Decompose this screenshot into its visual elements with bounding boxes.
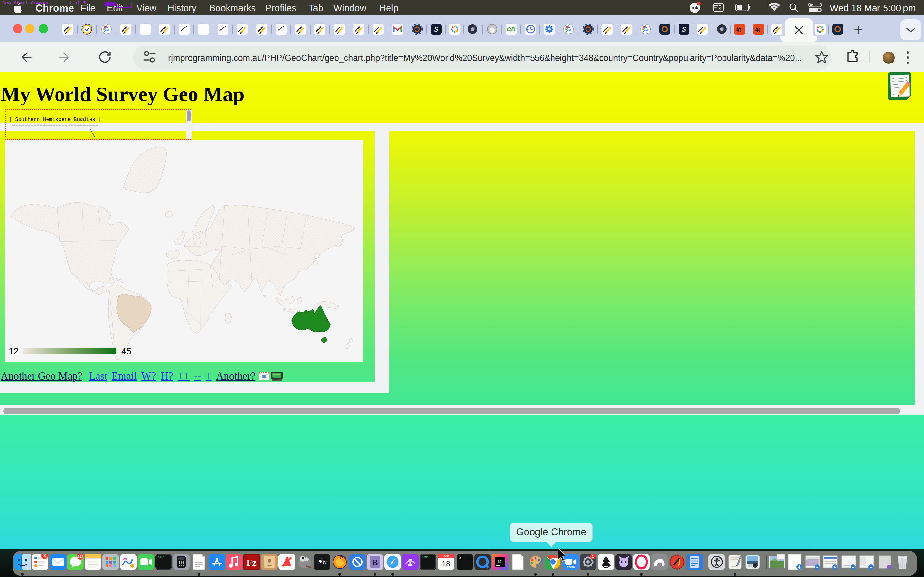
svg-text:MAR: MAR [443, 554, 449, 558]
svg-text:3: 3 [43, 554, 46, 558]
svg-text:S: S [682, 25, 686, 33]
svg-text:tv: tv [323, 559, 326, 564]
svg-text:zoom: zoom [567, 566, 575, 569]
svg-text:1: 1 [592, 554, 594, 559]
svg-text:>_: >_ [459, 556, 464, 561]
svg-text:B: B [372, 558, 378, 567]
svg-text:Fz: Fz [246, 557, 257, 568]
svg-text:CD: CD [507, 26, 515, 33]
svg-text:S: S [435, 25, 439, 33]
svg-text:45: 45 [121, 346, 131, 356]
svg-text:18: 18 [442, 559, 451, 568]
svg-text:12: 12 [9, 346, 19, 356]
svg-text:213: 213 [78, 554, 83, 558]
svg-text:RJMC: RJMC [422, 556, 428, 559]
svg-text:RJMC: RJMC [158, 556, 164, 559]
svg-text:IJ: IJ [498, 559, 502, 564]
